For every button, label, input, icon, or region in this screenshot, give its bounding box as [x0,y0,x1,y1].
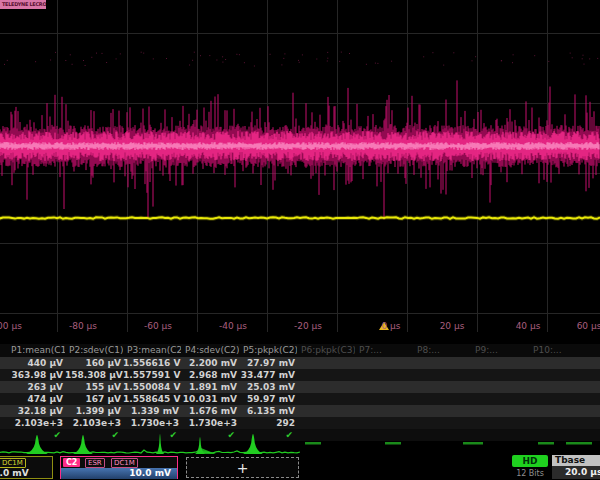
param-cell: 1.676 mV [181,405,239,417]
c2-badge: C2 [63,458,80,467]
param-cell: 474 µV [7,393,65,405]
param-cell [413,417,471,429]
param-header-P2[interactable]: P2:sdev(C1) [65,344,123,357]
param-cell [529,393,587,405]
channel-descriptor-c1[interactable]: C1 DC1M 10.0 mV [0,456,53,479]
param-cell [413,393,471,405]
param-header-P4[interactable]: P4:sdev(C2) [181,344,239,357]
param-cell [355,369,413,381]
param-cell [529,369,587,381]
timebase-value: 20.0 µs/div [552,466,600,479]
histicon-tail [201,448,216,454]
param-cell [413,369,471,381]
c1-vdiv-value: 10.0 mV [0,468,29,478]
param-cell: 1.550084 V [123,381,181,393]
param-cell: 59.97 mV [239,393,297,405]
histicon-placeholder [463,442,483,445]
timebase-header: Tbase [552,455,600,466]
persistence-dots [4,52,598,66]
param-cell [297,357,355,369]
param-cell: 25.03 mV [239,381,297,393]
param-header-P3[interactable]: P3:mean(C2) [123,344,181,357]
param-cell [529,417,587,429]
hd-mode-badge[interactable]: HD [512,455,548,467]
param-cell: 1.891 mV [181,381,239,393]
param-cell: 1.730e+3 [181,417,239,429]
param-cell: 1.558645 V [123,393,181,405]
param-cell: 158.308 µV [65,369,123,381]
param-cell [355,381,413,393]
histicon-placeholder [305,442,321,445]
param-cell: 2.103e+3 [65,417,123,429]
param-cell [297,381,355,393]
histicon-placeholder [538,442,554,445]
param-cell: 155 µV [65,381,123,393]
param-cell [297,417,355,429]
c2-coupling-badge: DC1M [111,458,138,468]
param-cell: 1.556616 V [123,357,181,369]
param-cell: 33.477 mV [239,369,297,381]
param-header-P6[interactable]: P6:pkpk(C3) [297,344,355,357]
param-header-P5[interactable]: P5:pkpk(C2) [239,344,297,357]
histicon-peak [156,434,164,454]
param-cell [529,405,587,417]
param-cell: 167 µV [65,393,123,405]
param-header-P1[interactable]: P1:mean(C1) [7,344,65,357]
param-cell: 160 µV [65,357,123,369]
param-cell: 32.18 µV [7,405,65,417]
histicon-placeholder [385,442,401,445]
waveform-graticule [0,0,600,332]
brand-badge: TELEDYNE LECROY [0,0,46,9]
add-trace-button[interactable]: + [186,457,299,478]
time-label: -60 µs [144,321,172,331]
oscilloscope-screen: TELEDYNE LECROY -100 µs-80 µs-60 µs-40 µ… [0,0,600,480]
histicon-placeholder [566,442,592,445]
c1-coupling-badge: DC1M [0,458,26,468]
param-cell: 2.968 mV [181,369,239,381]
channel-descriptor-c2[interactable]: C2 ESR DC1M 10.0 mV [60,456,178,479]
param-cell [355,417,413,429]
param-cell [297,393,355,405]
param-cell [471,417,529,429]
param-header-P9[interactable]: P9:... [471,344,529,357]
param-cell [529,381,587,393]
param-cell: 1.730e+3 [123,417,181,429]
param-cell: 10.031 mV [181,393,239,405]
param-cell: 1.399 µV [65,405,123,417]
param-cell: 292 [239,417,297,429]
param-cell: 2.103e+3 [7,417,65,429]
param-cell: 6.135 mV [239,405,297,417]
param-cell [355,393,413,405]
param-cell [297,369,355,381]
histicon-peak [243,434,263,454]
param-cell: 1.557591 V [123,369,181,381]
parameter-histicons [0,430,600,458]
param-cell [471,381,529,393]
timebase-descriptor[interactable]: Tbase 20.0 µs/div [552,455,600,479]
param-cell [471,405,529,417]
measurement-table: P1:mean(C1)P2:sdev(C1)P3:mean(C2)P4:sdev… [0,344,600,441]
param-cell [413,357,471,369]
histicon-peak [26,435,48,454]
param-header-P8[interactable]: P8:... [413,344,471,357]
param-cell: 263 µV [7,381,65,393]
time-axis: -100 µs-80 µs-60 µs-40 µs-20 µs0 µs20 µs… [0,321,600,332]
time-label: 40 µs [516,321,541,331]
hd-bits-label: 12 Bits [512,469,548,478]
time-label: 20 µs [440,321,465,331]
param-cell [355,405,413,417]
param-cell [471,357,529,369]
param-cell [413,405,471,417]
param-header-P10[interactable]: P10:... [529,344,587,357]
time-label: -20 µs [294,321,322,331]
param-cell [355,357,413,369]
param-cell [413,381,471,393]
param-cell [471,369,529,381]
param-cell: 1.339 mV [123,405,181,417]
time-label: -80 µs [69,321,97,331]
param-header-P7[interactable]: P7:... [355,344,413,357]
param-cell: 363.98 µV [7,369,65,381]
time-label: 0 µs [381,321,400,331]
timebase-label: Tbase [555,455,585,465]
param-cell: 27.97 mV [239,357,297,369]
